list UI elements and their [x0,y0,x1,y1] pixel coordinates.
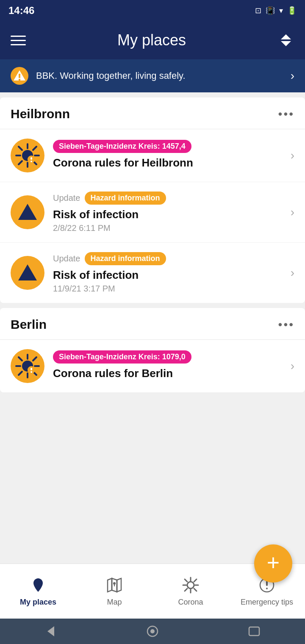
heilbronn-corona-chevron-icon: › [291,149,294,162]
place-header-heilbronn: Heilbronn ••• [0,97,305,129]
update-label-1: Update [53,193,80,203]
place-name-berlin: Berlin [11,317,47,332]
svg-marker-18 [18,204,37,220]
back-button[interactable] [40,621,61,642]
hazard-icon-container-2 [11,256,44,290]
badge-row: Sieben-Tage-Inzidenz Kreis: 1079,0 [53,350,284,364]
corona-virus-icon [15,143,40,168]
hazard-triangle-icon-2 [17,262,38,283]
nav-item-map[interactable]: Map [76,572,152,611]
place-card-heilbronn: Heilbronn ••• [0,97,305,303]
svg-rect-51 [266,588,268,589]
svg-rect-17 [30,161,32,162]
recents-button[interactable] [244,621,265,642]
badge-row: Update Hazard information [53,192,284,205]
svg-rect-16 [30,157,32,160]
svg-line-25 [19,357,22,361]
status-bar: 14:46 ⊡ 📳 ▾ 🔋 [0,0,305,21]
hazard-triangle-icon-1 [17,202,38,223]
bbk-logo-icon [11,67,28,85]
map-nav-icon [105,576,124,594]
svg-line-46 [194,588,197,591]
map-nav-label: Map [107,598,122,607]
svg-line-11 [19,147,22,150]
page-title: My places [117,31,186,49]
svg-point-54 [150,629,155,633]
vibrate-icon: 📳 [266,6,275,15]
berlin-corona-title: Corona rules for Berlin [53,367,284,380]
svg-line-47 [194,579,197,582]
svg-line-45 [185,579,187,582]
battery-icon: 🔋 [287,6,297,15]
heilbronn-risk1-item[interactable]: Update Hazard information Risk of infect… [0,182,305,243]
place-card-berlin: Berlin ••• [0,308,305,392]
heilbronn-corona-item[interactable]: Sieben-Tage-Inzidenz Kreis: 1457,4 Coron… [0,129,305,182]
nav-item-corona[interactable]: Corona [152,572,229,611]
svg-point-40 [187,582,194,588]
berlin-corona-chevron-icon: › [291,359,294,373]
wifi-icon: ▾ [279,6,283,15]
svg-rect-31 [30,371,32,373]
risk1-chevron-icon: › [291,205,294,219]
risk1-date: 2/8/22 6:11 PM [53,223,284,233]
corona-icon-container [11,139,44,172]
risk2-title: Risk of infection [53,269,284,282]
corona-nav-label: Corona [178,598,203,607]
home-button[interactable] [142,621,163,642]
my-places-nav-label: My places [20,598,56,607]
svg-rect-4 [19,74,20,78]
svg-line-14 [19,161,22,164]
bbk-banner-chevron-icon: › [291,69,294,83]
svg-point-32 [36,581,40,585]
svg-marker-37 [117,578,121,592]
svg-marker-19 [18,264,37,280]
add-place-fab-button[interactable]: + [254,544,292,583]
bbk-banner[interactable]: BBK. Working together, living safely. › [0,59,305,92]
app-header: My places [0,21,305,59]
svg-marker-1 [281,41,291,46]
cast-icon: ⊡ [255,6,261,15]
berlin-corona-icon-container [11,349,44,383]
svg-rect-5 [19,79,20,80]
svg-rect-30 [30,368,32,370]
status-time: 14:46 [8,5,34,17]
heilbronn-risk2-item[interactable]: Update Hazard information Risk of infect… [0,243,305,303]
risk2-content: Update Hazard information Risk of infect… [53,252,284,294]
heilbronn-corona-content: Sieben-Tage-Inzidenz Kreis: 1457,4 Coron… [53,140,284,172]
place-name-heilbronn: Heilbronn [11,107,70,121]
place-header-berlin: Berlin ••• [0,308,305,340]
hazard-badge-1: Hazard information [85,192,166,205]
risk2-date: 11/9/21 3:17 PM [53,284,284,294]
update-label-2: Update [53,254,80,264]
svg-marker-0 [281,34,291,39]
svg-line-28 [19,372,22,375]
svg-marker-52 [47,626,54,636]
badge-row: Sieben-Tage-Inzidenz Kreis: 1457,4 [53,140,284,153]
risk1-title: Risk of infection [53,208,284,221]
hamburger-menu-icon[interactable] [11,36,26,45]
risk1-content: Update Hazard information Risk of infect… [53,192,284,233]
main-content: Heilbronn ••• [0,92,305,482]
sort-button[interactable] [277,32,294,49]
system-nav-bar [0,619,305,644]
nav-item-my-places[interactable]: My places [0,572,76,611]
corona-virus-icon-berlin [15,354,40,378]
incidenz-badge-berlin: Sieben-Tage-Inzidenz Kreis: 1079,0 [53,350,191,364]
risk2-chevron-icon: › [291,266,294,280]
svg-marker-36 [108,578,112,592]
hazard-badge-2: Hazard information [85,252,166,265]
bbk-banner-text: BBK. Working together, living safely. [36,70,186,81]
incidenz-badge-heilbronn: Sieben-Tage-Inzidenz Kreis: 1457,4 [53,140,191,153]
berlin-corona-content: Sieben-Tage-Inzidenz Kreis: 1079,0 Coron… [53,350,284,382]
svg-line-27 [33,357,36,361]
heilbronn-corona-title: Corona rules for Heilbronn [53,156,284,169]
berlin-corona-item[interactable]: Sieben-Tage-Inzidenz Kreis: 1079,0 Coron… [0,340,305,392]
svg-line-13 [33,147,36,150]
berlin-more-button[interactable]: ••• [278,318,294,331]
svg-line-48 [185,588,187,591]
svg-rect-55 [249,627,259,636]
emergency-tips-nav-label: Emergency tips [241,598,293,607]
heilbronn-more-button[interactable]: ••• [278,107,294,121]
status-icons: ⊡ 📳 ▾ 🔋 [255,6,297,15]
my-places-nav-icon [29,576,47,594]
